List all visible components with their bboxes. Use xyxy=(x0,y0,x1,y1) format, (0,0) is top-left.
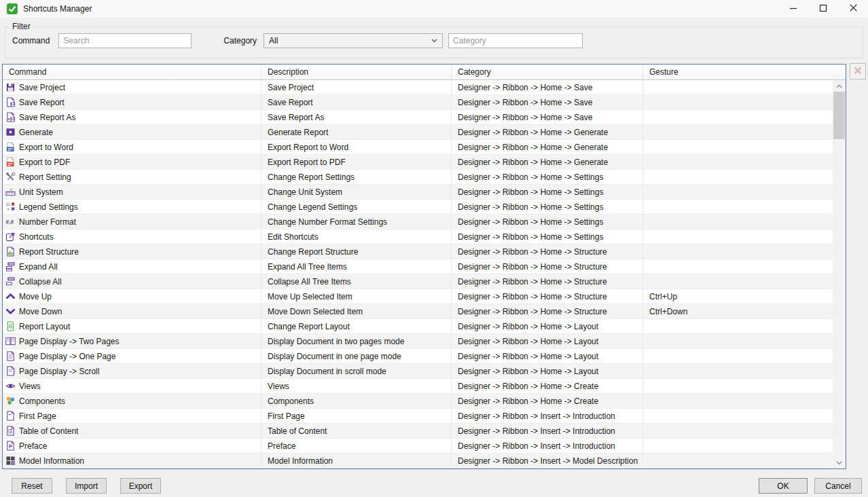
table-row[interactable]: Export to WordExport Report to WordDesig… xyxy=(3,140,833,155)
command-cell[interactable]: Move Up xyxy=(3,289,261,303)
gesture-cell[interactable] xyxy=(643,110,833,124)
gesture-cell[interactable] xyxy=(643,244,833,259)
gesture-cell[interactable] xyxy=(643,334,833,348)
table-row[interactable]: Save Report AsSave Report AsDesigner -> … xyxy=(3,110,833,125)
category-cell[interactable]: Designer -> Ribbon -> Home -> Save xyxy=(452,110,643,124)
category-cell[interactable]: Designer -> Ribbon -> Home -> Structure xyxy=(452,244,643,259)
scrollbar-down-button[interactable] xyxy=(833,457,846,468)
gesture-cell[interactable] xyxy=(643,424,833,438)
gesture-cell[interactable] xyxy=(643,80,833,94)
command-cell[interactable]: Save Report As xyxy=(3,110,261,124)
table-row[interactable]: Export to PDFExport Report to PDFDesigne… xyxy=(3,155,833,170)
table-row[interactable]: siUnit SystemChange Unit SystemDesigner … xyxy=(3,185,833,200)
import-button[interactable]: Import xyxy=(66,478,107,494)
command-cell[interactable]: Table of Content xyxy=(3,424,261,438)
table-row[interactable]: #.#Number Format Change Number Format Se… xyxy=(3,215,833,229)
table-row[interactable]: 100Legend SettingsChange Legend Settings… xyxy=(3,200,833,215)
gesture-cell[interactable]: Ctrl+Up xyxy=(643,289,833,303)
cancel-button[interactable]: Cancel xyxy=(814,478,862,494)
category-cell[interactable]: Designer -> Ribbon -> Insert -> Introduc… xyxy=(452,409,643,423)
command-cell[interactable]: Report Structure xyxy=(3,244,261,259)
table-row[interactable]: ViewsViewsDesigner -> Ribbon -> Home -> … xyxy=(3,379,833,394)
description-cell[interactable]: Model Information xyxy=(261,454,452,468)
category-cell[interactable]: Designer -> Ribbon -> Home -> Create xyxy=(452,394,643,408)
table-row[interactable]: Report StructureChange Report StructureD… xyxy=(3,244,833,259)
column-header-gesture[interactable]: Gesture xyxy=(643,65,846,79)
description-cell[interactable]: Expand All Tree Items xyxy=(261,259,452,274)
gesture-cell[interactable] xyxy=(643,140,833,154)
export-button[interactable]: Export xyxy=(120,478,161,494)
description-cell[interactable]: Change Report Settings xyxy=(261,170,452,184)
description-cell[interactable]: Preface xyxy=(261,439,452,453)
gesture-cell[interactable] xyxy=(643,185,833,199)
command-cell[interactable]: Views xyxy=(3,379,261,393)
command-cell[interactable]: Generate xyxy=(3,125,261,139)
command-cell[interactable]: 100Legend Settings xyxy=(3,200,261,214)
command-cell[interactable]: PPreface xyxy=(3,439,261,453)
category-cell[interactable]: Designer -> Ribbon -> Home -> Settings xyxy=(452,185,643,199)
description-cell[interactable]: Components xyxy=(261,394,452,408)
table-row[interactable]: ShortcutsEdit ShortcutsDesigner -> Ribbo… xyxy=(3,229,833,244)
close-button[interactable] xyxy=(838,0,868,18)
category-cell[interactable]: Designer -> Ribbon -> Home -> Create xyxy=(452,379,643,393)
command-cell[interactable]: Save Report xyxy=(3,95,261,109)
description-cell[interactable]: Generate Report xyxy=(261,125,452,139)
command-cell[interactable]: First Page xyxy=(3,409,261,423)
description-cell[interactable]: Save Report As xyxy=(261,110,452,124)
table-row[interactable]: Save ReportSave ReportDesigner -> Ribbon… xyxy=(3,95,833,110)
search-input[interactable] xyxy=(58,33,192,48)
scrollbar-thumb[interactable] xyxy=(833,92,845,139)
category-filter-input[interactable] xyxy=(448,33,583,48)
category-cell[interactable]: Designer -> Ribbon -> Home -> Structure xyxy=(452,304,643,318)
description-cell[interactable]: Save Project xyxy=(261,80,452,94)
description-cell[interactable]: Table of Content xyxy=(261,424,452,438)
command-cell[interactable]: Report Layout xyxy=(3,319,261,333)
gesture-cell[interactable] xyxy=(643,409,833,423)
scrollbar-up-button[interactable] xyxy=(833,80,846,92)
column-header-category[interactable]: Category xyxy=(452,65,643,79)
description-cell[interactable]: Change Legend Settings xyxy=(261,200,452,214)
category-cell[interactable]: Designer -> Ribbon -> Home -> Layout xyxy=(452,319,643,333)
description-cell[interactable]: Views xyxy=(261,379,452,393)
table-row[interactable]: Collapse AllCollapse All Tree ItemsDesig… xyxy=(3,274,833,289)
description-cell[interactable]: Move Up Selected Item xyxy=(261,289,452,303)
gesture-cell[interactable] xyxy=(643,349,833,363)
command-cell[interactable]: Page Display -> Scroll xyxy=(3,364,261,378)
command-cell[interactable]: Save Project xyxy=(3,80,261,94)
category-cell[interactable]: Designer -> Ribbon -> Home -> Structure xyxy=(452,259,643,274)
table-row[interactable]: ComponentsComponentsDesigner -> Ribbon -… xyxy=(3,394,833,409)
description-cell[interactable]: Export Report to PDF xyxy=(261,155,452,169)
category-cell[interactable]: Designer -> Ribbon -> Home -> Structure xyxy=(452,274,643,289)
table-row[interactable]: PPrefacePrefaceDesigner -> Ribbon -> Ins… xyxy=(3,439,833,454)
table-row[interactable]: Table of ContentTable of ContentDesigner… xyxy=(3,424,833,439)
category-cell[interactable]: Designer -> Ribbon -> Home -> Structure xyxy=(452,289,643,303)
category-cell[interactable]: Designer -> Ribbon -> Home -> Generate xyxy=(452,125,643,139)
command-cell[interactable]: Expand All xyxy=(3,259,261,274)
table-row[interactable]: Page Display -> Two PagesDisplay Documen… xyxy=(3,334,833,349)
command-cell[interactable]: Report Setting xyxy=(3,170,261,184)
description-cell[interactable]: Display Document in one page mode xyxy=(261,349,452,363)
command-cell[interactable]: Move Down xyxy=(3,304,261,318)
table-row[interactable]: Expand AllExpand All Tree ItemsDesigner … xyxy=(3,259,833,274)
command-cell[interactable]: Components xyxy=(3,394,261,408)
command-cell[interactable]: Collapse All xyxy=(3,274,261,289)
gesture-cell[interactable] xyxy=(643,95,833,109)
table-row[interactable]: Page Display -> One PageDisplay Document… xyxy=(3,349,833,364)
category-cell[interactable]: Designer -> Ribbon -> Home -> Layout xyxy=(452,349,643,363)
table-row[interactable]: Save ProjectSave ProjectDesigner -> Ribb… xyxy=(3,80,833,95)
category-cell[interactable]: Designer -> Ribbon -> Home -> Generate xyxy=(452,155,643,169)
category-cell[interactable]: Designer -> Ribbon -> Home -> Save xyxy=(452,80,643,94)
gesture-cell[interactable] xyxy=(643,394,833,408)
category-cell[interactable]: Designer -> Ribbon -> Home -> Generate xyxy=(452,140,643,154)
column-header-command[interactable]: Command xyxy=(3,65,261,79)
description-cell[interactable]: Move Down Selected Item xyxy=(261,304,452,318)
reset-button[interactable]: Reset xyxy=(12,478,52,494)
gesture-cell[interactable] xyxy=(643,439,833,453)
table-row[interactable]: GenerateGenerate ReportDesigner -> Ribbo… xyxy=(3,125,833,140)
column-header-description[interactable]: Description xyxy=(261,65,452,79)
command-cell[interactable]: siUnit System xyxy=(3,185,261,199)
ok-button[interactable]: OK xyxy=(759,478,808,494)
command-cell[interactable]: Page Display -> Two Pages xyxy=(3,334,261,348)
vertical-scrollbar[interactable] xyxy=(833,80,846,468)
category-cell[interactable]: Designer -> Ribbon -> Insert -> Model De… xyxy=(452,454,643,468)
